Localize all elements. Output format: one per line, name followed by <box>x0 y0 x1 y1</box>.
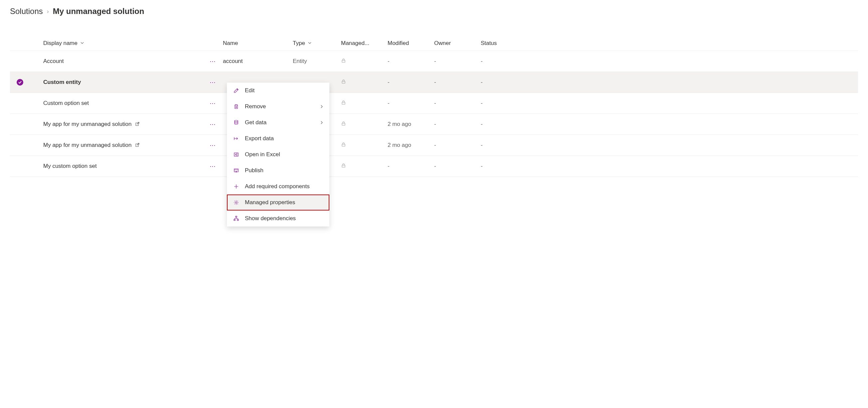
table-body: Account⋯accountEntity---Custom entity⋯--… <box>10 51 858 177</box>
table-header-row: Display name Name Type Managed... Modifi… <box>10 36 858 51</box>
row-type-cell: Entity <box>293 58 341 65</box>
chevron-down-icon <box>308 41 312 46</box>
row-modified-cell: - <box>388 163 434 170</box>
row-managed-cell <box>341 100 388 107</box>
menu-item-label: Open in Excel <box>245 151 323 158</box>
row-status-cell: - <box>481 142 514 149</box>
row-modified-cell: 2 mo ago <box>388 142 434 149</box>
row-display-name-cell: My custom option set⋯ <box>30 163 223 170</box>
external-link-icon <box>135 143 140 148</box>
export-icon <box>233 135 240 142</box>
row-display-name-cell: My app for my unmanaged solution⋯ <box>30 121 223 128</box>
edit-icon <box>233 87 240 94</box>
row-status-cell: - <box>481 163 514 170</box>
row-owner-cell: - <box>434 79 481 86</box>
menu-item-label: Get data <box>245 119 315 126</box>
table-row[interactable]: My app for my unmanaged solution⋯ensior2… <box>10 135 858 156</box>
svg-rect-0 <box>342 60 345 62</box>
svg-rect-9 <box>234 153 238 156</box>
more-actions-button[interactable]: ⋯ <box>203 99 223 107</box>
col-header-name[interactable]: Name <box>223 40 293 47</box>
row-display-name[interactable]: My custom option set <box>43 163 97 170</box>
menu-item-label: Edit <box>245 87 323 94</box>
context-menu: EditRemoveGet dataExport dataOpen in Exc… <box>227 83 329 183</box>
more-actions-button[interactable]: ⋯ <box>203 79 223 86</box>
row-owner-cell: - <box>434 142 481 149</box>
menu-item-label: Add required components <box>245 183 323 183</box>
table-row[interactable]: Account⋯accountEntity--- <box>10 51 858 72</box>
table-row[interactable]: My app for my unmanaged solution⋯iven A2… <box>10 114 858 135</box>
menu-item-label: Remove <box>245 103 315 110</box>
row-display-name[interactable]: My app for my unmanaged solution <box>43 121 132 127</box>
row-modified-cell: - <box>388 58 434 65</box>
database-icon <box>233 119 240 126</box>
row-display-name-cell: Account⋯ <box>30 58 223 65</box>
table-row[interactable]: My custom option set⋯et--- <box>10 156 858 177</box>
menu-item-edit[interactable]: Edit <box>227 83 329 98</box>
publish-icon <box>233 167 240 174</box>
chevron-right-icon <box>320 120 323 125</box>
row-modified-cell: - <box>388 79 434 86</box>
col-header-type[interactable]: Type <box>293 40 341 47</box>
col-header-modified[interactable]: Modified <box>388 40 434 47</box>
svg-rect-7 <box>342 165 345 167</box>
breadcrumb-current: My unmanaged solution <box>53 7 145 16</box>
svg-point-8 <box>235 120 238 122</box>
menu-item-add-required-components[interactable]: Add required components <box>227 178 329 183</box>
chevron-right-icon <box>320 104 323 109</box>
plus-icon <box>233 183 240 183</box>
menu-item-remove[interactable]: Remove <box>227 98 329 115</box>
breadcrumb-parent-link[interactable]: Solutions <box>10 7 43 16</box>
trash-icon <box>233 103 240 110</box>
row-owner-cell: - <box>434 163 481 170</box>
row-status-cell: - <box>481 58 514 65</box>
row-status-cell: - <box>481 100 514 107</box>
more-actions-button[interactable]: ⋯ <box>203 142 223 149</box>
row-display-name-cell: Custom entity⋯ <box>30 79 223 86</box>
lock-icon <box>341 163 346 169</box>
more-actions-button[interactable]: ⋯ <box>203 58 223 65</box>
more-actions-button[interactable]: ⋯ <box>203 121 223 128</box>
col-header-status[interactable]: Status <box>481 40 514 47</box>
row-select-cell[interactable] <box>10 79 30 86</box>
menu-item-label: Publish <box>245 167 323 174</box>
col-header-type-label: Type <box>293 40 305 47</box>
breadcrumb: Solutions › My unmanaged solution <box>10 7 858 16</box>
row-managed-cell <box>341 163 388 170</box>
menu-item-get-data[interactable]: Get data <box>227 115 329 130</box>
menu-item-open-in-excel[interactable]: Open in Excel <box>227 147 329 163</box>
menu-item-label: Export data <box>245 135 323 142</box>
chevron-down-icon <box>80 41 84 46</box>
row-owner-cell: - <box>434 58 481 65</box>
menu-item-publish[interactable]: Publish <box>227 163 329 178</box>
row-managed-cell <box>341 142 388 149</box>
svg-rect-6 <box>342 144 345 146</box>
col-header-owner[interactable]: Owner <box>434 40 481 47</box>
menu-item-export-data[interactable]: Export data <box>227 130 329 147</box>
row-managed-cell <box>341 58 388 65</box>
table-row[interactable]: Custom option set⋯et--- <box>10 93 858 114</box>
page-root: Solutions › My unmanaged solution Displa… <box>0 0 868 183</box>
col-header-display-name-label: Display name <box>43 40 78 47</box>
external-link-icon <box>135 122 140 127</box>
table-row[interactable]: Custom entity⋯--- <box>10 72 858 93</box>
lock-icon <box>341 79 346 85</box>
col-header-display-name[interactable]: Display name <box>30 40 223 47</box>
row-owner-cell: - <box>434 100 481 107</box>
row-display-name-cell: Custom option set⋯ <box>30 99 223 107</box>
solution-table: Display name Name Type Managed... Modifi… <box>10 36 858 177</box>
chevron-right-icon: › <box>47 8 49 15</box>
row-display-name[interactable]: Account <box>43 58 64 65</box>
row-display-name[interactable]: Custom option set <box>43 100 89 107</box>
lock-icon <box>341 58 346 64</box>
row-status-cell: - <box>481 79 514 86</box>
row-display-name[interactable]: My app for my unmanaged solution <box>43 142 132 149</box>
row-status-cell: - <box>481 121 514 127</box>
lock-icon <box>341 121 346 127</box>
row-modified-cell: - <box>388 100 434 107</box>
row-display-name[interactable]: Custom entity <box>43 79 81 86</box>
more-actions-button[interactable]: ⋯ <box>203 163 223 170</box>
col-header-managed[interactable]: Managed... <box>341 40 388 47</box>
row-name-cell: account <box>223 58 293 65</box>
svg-rect-4 <box>342 123 345 125</box>
